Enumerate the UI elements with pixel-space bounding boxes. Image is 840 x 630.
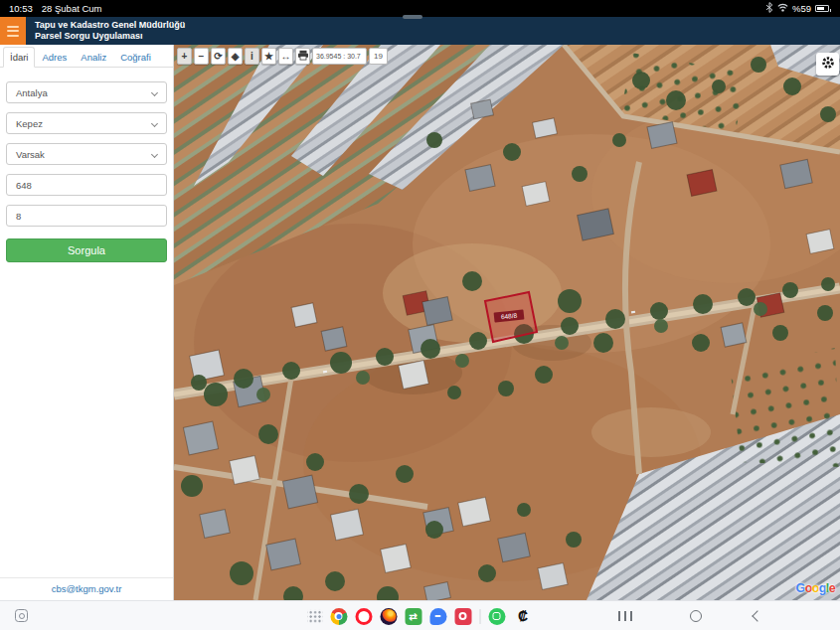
block-number-input[interactable] <box>6 174 167 196</box>
battery-percent: %59 <box>792 3 811 14</box>
parcel-number-input[interactable] <box>6 205 167 227</box>
google-attribution: Google <box>796 581 836 595</box>
taskbar: ⇄ ₡ <box>0 600 840 630</box>
print-button[interactable] <box>295 48 310 65</box>
satellite-map[interactable]: 648/8 <box>174 45 840 600</box>
camera-icon[interactable] <box>454 608 471 625</box>
whatsapp-icon[interactable] <box>488 608 505 625</box>
province-select[interactable]: Antalya <box>6 81 167 103</box>
recents-icon[interactable] <box>618 611 632 621</box>
refresh-button[interactable]: ⟳ <box>211 48 226 65</box>
zoom-level-display: 19 <box>369 48 388 65</box>
chrome-icon[interactable] <box>330 608 347 625</box>
multi-window-app-icon[interactable]: ⇄ <box>405 608 421 625</box>
print-icon <box>297 50 309 63</box>
chevron-down-icon <box>151 151 158 158</box>
hamburger-menu-button[interactable] <box>0 17 26 45</box>
app-drawer-icon[interactable] <box>307 609 322 624</box>
screenshot-toolbar-icon[interactable] <box>15 609 28 622</box>
tab-idari[interactable]: İdari <box>3 47 35 68</box>
query-button[interactable]: Sorgula <box>6 238 167 262</box>
app-title: Tapu ve Kadastro Genel Müdürlüğü Parsel … <box>35 20 185 43</box>
firefox-icon[interactable] <box>380 608 397 625</box>
battery-icon <box>815 3 831 14</box>
dock: ⇄ ₡ <box>307 601 533 630</box>
sidebar-tabs: İdari Adres Analiz Coğrafi <box>0 45 173 68</box>
dex-icon[interactable]: ₡ <box>513 608 533 625</box>
chevron-down-icon <box>151 89 158 96</box>
query-form: Antalya Kepez Varsak Sorgula <box>0 68 173 262</box>
sidebar: İdari Adres Analiz Coğrafi Antalya Kepez… <box>0 45 174 600</box>
measure-button[interactable]: ↔ <box>278 48 293 65</box>
tab-cografi[interactable]: Coğrafi <box>113 47 158 68</box>
sidebar-footer: cbs@tkgm.gov.tr <box>0 577 173 600</box>
date: 28 Şubat Cum <box>42 3 102 14</box>
app-title-line2: Parsel Sorgu Uygulaması <box>35 31 185 43</box>
gear-icon <box>821 56 835 74</box>
zoom-out-button[interactable]: − <box>194 48 209 65</box>
messages-icon[interactable] <box>429 608 446 625</box>
clock: 10:53 <box>9 3 33 14</box>
wifi-icon <box>777 3 788 14</box>
chevron-down-icon <box>151 120 158 127</box>
app-header: Tapu ve Kadastro Genel Müdürlüğü Parsel … <box>0 17 840 45</box>
back-icon[interactable] <box>752 610 762 621</box>
locate-button[interactable]: ◈ <box>228 48 243 65</box>
bluetooth-icon <box>765 2 773 15</box>
opera-icon[interactable] <box>355 608 372 625</box>
tab-analiz[interactable]: Analiz <box>74 47 113 68</box>
hamburger-icon <box>7 26 19 28</box>
map-area: 648/8 + − ⟳ ◈ i ★ ↔ 36.9545 : 30.7 19 <box>174 45 840 600</box>
settings-button[interactable] <box>816 53 839 76</box>
home-icon[interactable] <box>690 610 702 622</box>
neighborhood-select[interactable]: Varsak <box>6 143 167 165</box>
screen: 10:53 28 Şubat Cum %59 Tapu ve Kadastro … <box>0 0 840 630</box>
camera-cutout <box>403 15 422 20</box>
contact-email-link[interactable]: cbs@tkgm.gov.tr <box>52 583 122 594</box>
app-title-line1: Tapu ve Kadastro Genel Müdürlüğü <box>35 20 185 32</box>
district-select[interactable]: Kepez <box>6 112 167 134</box>
coordinates-display: 36.9545 : 30.7 <box>312 48 367 65</box>
map-toolbar: + − ⟳ ◈ i ★ ↔ 36.9545 : 30.7 19 <box>177 48 388 65</box>
favorites-button[interactable]: ★ <box>261 48 276 65</box>
dock-separator <box>479 609 480 624</box>
info-button[interactable]: i <box>245 48 259 65</box>
zoom-in-button[interactable]: + <box>177 48 192 65</box>
tab-adres[interactable]: Adres <box>35 47 74 68</box>
